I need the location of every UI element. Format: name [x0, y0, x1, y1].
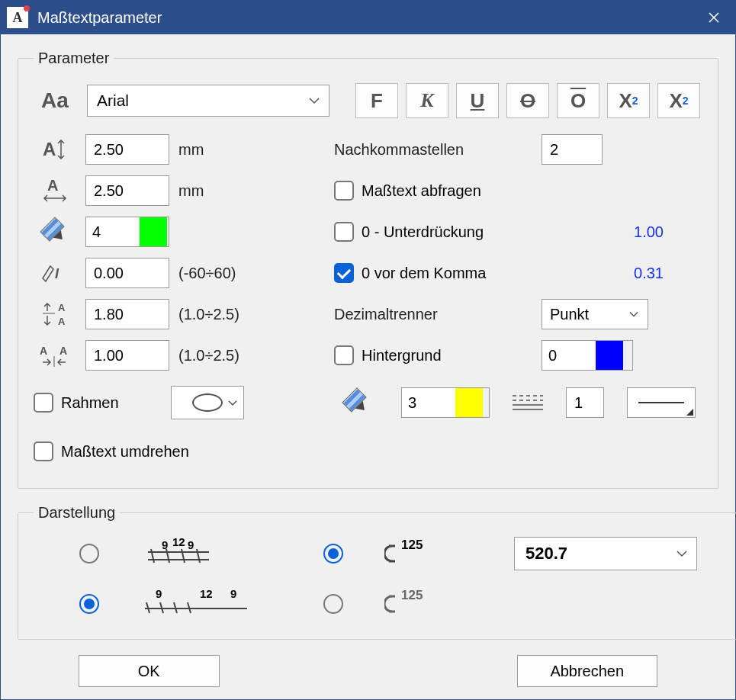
pen-color-input[interactable] — [85, 217, 169, 247]
angle-range: (-60÷60) — [178, 265, 285, 282]
display-chain-icon: 9 12 9 — [140, 587, 262, 621]
checkbox-icon — [334, 345, 354, 365]
linetype-select[interactable] — [627, 387, 696, 418]
display-chain-radio[interactable] — [79, 594, 99, 614]
underline-button[interactable]: U — [456, 83, 499, 118]
display-stacked-icon: 9 12 9 — [140, 537, 262, 570]
parameter-group: Parameter Aa Arial F K U O O X2 X2 — [18, 50, 718, 489]
oval-icon — [192, 393, 223, 412]
font-name: Arial — [97, 92, 129, 110]
parameter-legend: Parameter — [34, 50, 114, 67]
text-width-icon: A — [34, 177, 76, 204]
svg-text:12: 12 — [200, 587, 213, 600]
text-angle-icon: I — [34, 262, 76, 284]
cancel-button[interactable]: Abbrechen — [517, 655, 658, 687]
display-group: Darstellung 9 12 9 125 — [18, 504, 736, 640]
query-text-label: Maßtext abfragen — [362, 182, 481, 200]
background-color-input[interactable] — [542, 340, 633, 371]
chevron-down-icon — [629, 311, 638, 318]
aux-pen-icon — [336, 392, 378, 413]
line-spacing-icon: AA — [34, 300, 76, 328]
text-height-icon: A — [34, 137, 76, 162]
text-width-unit: mm — [178, 182, 285, 200]
zero-suppression-example: 1.00 — [542, 223, 671, 241]
reverse-text-checkbox[interactable]: Maßtext umdrehen — [34, 442, 189, 461]
display-override2-icon: 125 — [384, 587, 499, 621]
text-height-unit: mm — [178, 141, 285, 159]
text-width-input[interactable] — [85, 175, 169, 206]
svg-text:I: I — [55, 266, 59, 281]
svg-text:125: 125 — [401, 538, 423, 552]
close-icon — [708, 11, 720, 24]
leading-zero-checkbox[interactable]: 0 vor dem Komma — [334, 263, 532, 283]
query-text-checkbox[interactable]: Maßtext abfragen — [334, 181, 532, 201]
line-spacing-range: (1.0÷2.5) — [178, 306, 285, 323]
svg-text:A: A — [43, 139, 56, 159]
svg-text:125: 125 — [401, 588, 423, 602]
font-icon: Aa — [41, 88, 69, 113]
window-title: Maßtextparameter — [37, 9, 699, 27]
zero-suppression-checkbox[interactable]: 0 - Unterdrückung — [334, 222, 532, 242]
leading-zero-example: 0.31 — [542, 265, 671, 282]
display-value-select[interactable]: 520.7 — [514, 537, 697, 570]
display-legend: Darstellung — [34, 504, 120, 522]
display-stacked-radio[interactable] — [79, 544, 99, 564]
app-icon: A — [7, 7, 28, 28]
pen-color-swatch[interactable] — [140, 217, 167, 246]
svg-text:A: A — [59, 345, 67, 357]
linetype-icon — [513, 395, 543, 410]
svg-text:A: A — [47, 177, 58, 194]
chevron-down-icon — [677, 550, 687, 557]
svg-text:A: A — [58, 302, 66, 313]
close-button[interactable] — [699, 2, 729, 33]
dropdown-corner-icon — [686, 409, 693, 416]
background-label: Hintergrund — [362, 347, 442, 364]
zero-suppression-label: 0 - Unterdrückung — [362, 223, 484, 241]
decimal-places-label: Nachkommastellen — [334, 141, 532, 159]
display-override1-icon: 125 — [384, 537, 499, 570]
decimal-sep-select[interactable]: Punkt — [542, 299, 648, 329]
line-spacing-input[interactable] — [85, 299, 169, 329]
angle-input[interactable] — [85, 258, 169, 288]
aux-pen-input[interactable] — [401, 387, 490, 418]
decimal-places-input[interactable] — [542, 134, 603, 165]
strike-button[interactable]: O — [506, 83, 549, 118]
svg-text:9: 9 — [230, 587, 236, 600]
decimal-sep-label: Dezimaltrenner — [334, 306, 532, 323]
svg-text:9: 9 — [156, 587, 162, 600]
char-spacing-icon: AA — [34, 342, 76, 368]
background-color-swatch[interactable] — [596, 341, 623, 370]
checkbox-icon — [334, 222, 354, 242]
checkbox-icon — [34, 393, 53, 413]
leading-zero-label: 0 vor dem Komma — [362, 265, 486, 282]
font-select[interactable]: Arial — [87, 85, 329, 117]
frame-label: Rahmen — [61, 394, 119, 412]
checkbox-icon — [334, 181, 354, 201]
char-spacing-range: (1.0÷2.5) — [178, 347, 285, 364]
frame-checkbox[interactable]: Rahmen — [34, 393, 148, 413]
background-checkbox[interactable]: Hintergrund — [334, 345, 532, 365]
superscript-button[interactable]: X2 — [657, 83, 700, 118]
chevron-down-icon — [309, 97, 320, 104]
overline-button[interactable]: O — [557, 83, 599, 118]
aux-pen-swatch[interactable] — [455, 388, 483, 417]
display-override1-radio[interactable] — [323, 544, 343, 564]
ok-button[interactable]: OK — [79, 655, 220, 687]
reverse-text-label: Maßtext umdrehen — [61, 443, 189, 461]
display-override2-radio[interactable] — [323, 594, 343, 614]
svg-text:A: A — [58, 316, 66, 327]
svg-text:9: 9 — [188, 538, 194, 551]
checkbox-checked-icon — [334, 263, 354, 283]
subscript-button[interactable]: X2 — [607, 83, 650, 118]
text-height-input[interactable] — [85, 134, 169, 165]
linetype-input[interactable] — [566, 387, 604, 418]
bold-button[interactable]: F — [355, 83, 398, 118]
chevron-down-icon — [228, 400, 237, 406]
pen-icon — [34, 221, 76, 242]
italic-button[interactable]: K — [406, 83, 448, 118]
frame-shape-select[interactable] — [171, 386, 244, 419]
titlebar: A Maßtextparameter — [1, 1, 735, 34]
checkbox-icon — [34, 442, 53, 461]
svg-text:A: A — [40, 345, 47, 357]
char-spacing-input[interactable] — [85, 340, 169, 371]
